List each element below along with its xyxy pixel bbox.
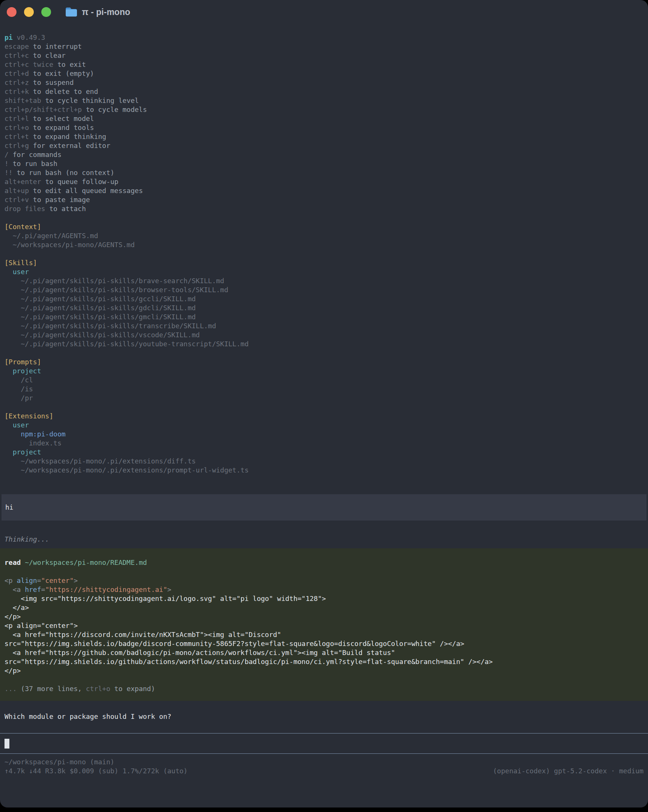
terminal-line: !! to run bash (no context) [5,168,643,177]
terminal-line: ~/.pi/agent/skills/pi-skills/brave-searc… [5,276,643,285]
terminal-line: index.ts [5,439,643,448]
prompt-input[interactable] [0,733,648,754]
terminal-line: ~/workspaces/pi-mono/.pi/extensions/prom… [5,466,643,475]
terminal-line: ctrl+g for external editor [5,141,643,150]
user-message: hi [2,494,646,520]
terminal-line: src="https://img.shields.io/github/actio… [5,657,643,666]
terminal-line: ... (37 more lines, ctrl+o to expand) [5,684,643,693]
terminal-line: ctrl+k to delete to end [5,87,643,96]
terminal-line: ~/.pi/agent/skills/pi-skills/gdcli/SKILL… [5,304,643,313]
terminal-line: ctrl+l to select model [5,114,643,123]
text-cursor-icon [5,739,9,748]
minimize-button[interactable] [24,7,34,17]
terminal-line: project [5,448,643,457]
status-row: ↑4.7k ↓44 R3.8k $0.009 (sub) 1.7%/272k (… [5,766,643,775]
terminal-line: read ~/workspaces/pi-mono/README.md [5,558,643,567]
terminal-line [5,675,643,684]
terminal-line: </p> [5,612,643,621]
terminal-line: </p> [5,666,643,675]
terminal-line: src="https://img.shields.io/badge/discor… [5,639,643,648]
terminal-line: /is [5,385,643,394]
terminal-line: </a> [5,603,643,612]
terminal-line [5,213,643,222]
terminal-line: / for commands [5,150,643,159]
terminal-line: [Prompts] [5,357,643,366]
status-token-stats: ↑4.7k ↓44 R3.8k $0.009 (sub) 1.7%/272k (… [5,766,188,775]
terminal-line: ctrl+c to clear [5,51,643,60]
terminal-window: π - pi-mono pi v0.49.3escape to interrup… [0,0,648,807]
session-info-block: pi v0.49.3escape to interruptctrl+c to c… [0,24,648,475]
terminal-line: [Extensions] [5,412,643,421]
terminal-line: <p align="center"> [5,621,643,630]
terminal-line: ~/.pi/agent/skills/pi-skills/vscode/SKIL… [5,331,643,339]
terminal-line [5,348,643,357]
maximize-button[interactable] [41,7,51,17]
terminal-line: ~/.pi/agent/skills/pi-skills/transcribe/… [5,322,643,331]
terminal-line: /cl [5,375,643,385]
terminal-line: <img src="https://shittycodingagent.ai/l… [5,594,643,603]
terminal-line: user [5,421,643,430]
status-cwd: ~/workspaces/pi-mono (main) [5,757,643,766]
status-model: (openai-codex) gpt-5.2-codex · medium [493,766,643,775]
terminal-line: user [5,267,643,276]
terminal-line: ctrl+o to expand tools [5,123,643,132]
thinking-indicator: Thinking... [5,535,643,544]
terminal-line: ~/.pi/agent/skills/pi-skills/gmcli/SKILL… [5,313,643,322]
terminal-line [5,403,643,412]
terminal-line: ctrl+z to suspend [5,78,643,87]
terminal-line: alt+up to edit all queued messages [5,186,643,195]
close-button[interactable] [7,7,17,17]
terminal-line: pi v0.49.3 [5,33,643,42]
terminal-line: <p align="center"> [5,576,643,585]
terminal-line: <a href="https://github.com/badlogic/pi-… [5,648,643,657]
terminal-content: pi v0.49.3escape to interruptctrl+c to c… [0,24,648,775]
terminal-line: ctrl+p/shift+ctrl+p to cycle models [5,105,643,114]
user-message-text: hi [5,503,14,511]
terminal-line: ~/.pi/agent/skills/pi-skills/browser-too… [5,285,643,295]
terminal-line: /pr [5,394,643,403]
terminal-line: project [5,366,643,375]
terminal-line: ~/.pi/agent/AGENTS.md [5,231,643,240]
terminal-line: ! to run bash [5,159,643,168]
terminal-line: ~/.pi/agent/skills/pi-skills/gccli/SKILL… [5,295,643,304]
terminal-line: <a href="https://discord.com/invite/nKXT… [5,630,643,639]
terminal-line: npm:pi-doom [5,430,643,439]
assistant-message: Which module or package should I work on… [5,712,643,721]
window-title: π - pi-mono [82,8,130,17]
terminal-line: escape to interrupt [5,42,643,51]
terminal-line: ~/workspaces/pi-mono/AGENTS.md [5,240,643,249]
terminal-line [5,567,643,576]
terminal-line: ctrl+d to exit (empty) [5,69,643,78]
terminal-line: alt+enter to queue follow-up [5,177,643,186]
terminal-line: [Skills] [5,258,643,267]
status-bar: ~/workspaces/pi-mono (main) ↑4.7k ↓44 R3… [0,754,648,775]
terminal-line: ~/.pi/agent/skills/pi-skills/youtube-tra… [5,339,643,348]
terminal-line: <a href="https://shittycodingagent.ai"> [5,585,643,594]
folder-icon [65,7,77,17]
terminal-line: shift+tab to cycle thinking level [5,96,643,105]
title-bar: π - pi-mono [0,0,648,24]
terminal-line: drop files to attach [5,204,643,213]
terminal-line: ctrl+v to paste image [5,195,643,204]
terminal-line: ~/workspaces/pi-mono/.pi/extensions/diff… [5,457,643,466]
terminal-line [5,249,643,258]
terminal-line: ctrl+t to expand thinking [5,132,643,141]
read-tool-block: read ~/workspaces/pi-mono/README.md <p a… [0,548,648,701]
terminal-line: [Context] [5,222,643,231]
terminal-line: ctrl+c twice to exit [5,60,643,69]
